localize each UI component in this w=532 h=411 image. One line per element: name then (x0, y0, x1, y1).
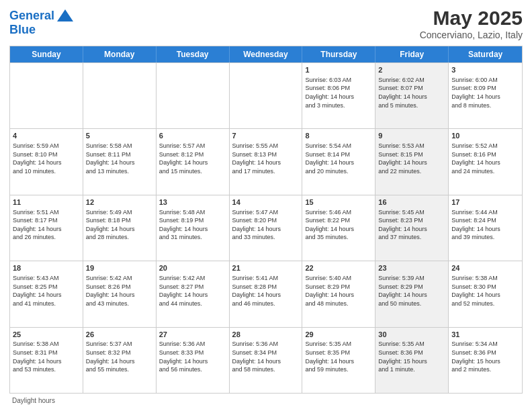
cell-info: Sunrise: 5:35 AM Sunset: 8:36 PM Dayligh… (378, 340, 445, 373)
calendar-cell: 1Sunrise: 6:03 AM Sunset: 8:06 PM Daylig… (302, 63, 375, 128)
calendar-cell: 6Sunrise: 5:57 AM Sunset: 8:12 PM Daylig… (157, 129, 230, 194)
calendar-cell: 24Sunrise: 5:38 AM Sunset: 8:30 PM Dayli… (449, 261, 522, 326)
calendar-cell (10, 63, 83, 128)
calendar-cell: 3Sunrise: 6:00 AM Sunset: 8:09 PM Daylig… (449, 63, 522, 128)
cell-info: Sunrise: 5:38 AM Sunset: 8:31 PM Dayligh… (13, 340, 80, 373)
month-title: May 2025 (420, 7, 523, 30)
day-number: 8 (305, 131, 372, 141)
cell-info: Sunrise: 5:57 AM Sunset: 8:12 PM Dayligh… (159, 142, 226, 175)
calendar-cell: 23Sunrise: 5:39 AM Sunset: 8:29 PM Dayli… (375, 261, 449, 326)
day-number: 23 (378, 263, 445, 273)
calendar-cell: 17Sunrise: 5:44 AM Sunset: 8:24 PM Dayli… (449, 195, 522, 261)
calendar-cell (83, 63, 157, 128)
header: General Blue May 2025 Concerviano, Lazio… (9, 7, 523, 40)
calendar-cell: 19Sunrise: 5:42 AM Sunset: 8:26 PM Dayli… (83, 261, 157, 326)
calendar-cell: 31Sunrise: 5:34 AM Sunset: 8:36 PM Dayli… (449, 328, 522, 393)
cell-info: Sunrise: 5:53 AM Sunset: 8:15 PM Dayligh… (378, 142, 445, 175)
calendar-week-row: 18Sunrise: 5:43 AM Sunset: 8:25 PM Dayli… (10, 261, 522, 326)
cell-info: Sunrise: 5:35 AM Sunset: 8:35 PM Dayligh… (305, 340, 372, 373)
calendar-cell: 20Sunrise: 5:42 AM Sunset: 8:27 PM Dayli… (157, 261, 230, 326)
cell-info: Sunrise: 6:03 AM Sunset: 8:06 PM Dayligh… (305, 76, 372, 109)
cell-info: Sunrise: 5:51 AM Sunset: 8:17 PM Dayligh… (13, 208, 80, 242)
calendar-cell: 13Sunrise: 5:48 AM Sunset: 8:19 PM Dayli… (157, 195, 230, 261)
calendar-cell: 2Sunrise: 6:02 AM Sunset: 8:07 PM Daylig… (375, 63, 449, 128)
day-number: 27 (159, 330, 226, 340)
calendar-cell: 21Sunrise: 5:41 AM Sunset: 8:28 PM Dayli… (230, 261, 303, 326)
cell-info: Sunrise: 5:34 AM Sunset: 8:36 PM Dayligh… (451, 340, 519, 373)
calendar-header-cell: Monday (83, 46, 157, 62)
cell-info: Sunrise: 5:38 AM Sunset: 8:30 PM Dayligh… (451, 274, 519, 308)
calendar-week-row: 1Sunrise: 6:03 AM Sunset: 8:06 PM Daylig… (10, 62, 522, 128)
day-number: 5 (86, 131, 153, 141)
day-number: 2 (378, 65, 445, 75)
calendar-cell: 14Sunrise: 5:47 AM Sunset: 8:20 PM Dayli… (230, 195, 303, 261)
day-number: 25 (13, 330, 80, 340)
day-number: 21 (232, 263, 300, 273)
calendar-cell: 26Sunrise: 5:37 AM Sunset: 8:32 PM Dayli… (83, 328, 157, 393)
day-number: 12 (86, 197, 153, 208)
day-number: 11 (13, 197, 80, 208)
calendar-body: 1Sunrise: 6:03 AM Sunset: 8:06 PM Daylig… (10, 62, 522, 393)
day-number: 30 (378, 330, 445, 340)
calendar-cell: 25Sunrise: 5:38 AM Sunset: 8:31 PM Dayli… (10, 328, 83, 393)
day-number: 18 (13, 263, 80, 273)
cell-info: Sunrise: 5:41 AM Sunset: 8:28 PM Dayligh… (232, 274, 300, 308)
cell-info: Sunrise: 5:58 AM Sunset: 8:11 PM Dayligh… (86, 142, 153, 175)
calendar-cell: 8Sunrise: 5:54 AM Sunset: 8:14 PM Daylig… (302, 129, 375, 194)
day-number: 31 (451, 330, 519, 340)
calendar-cell: 11Sunrise: 5:51 AM Sunset: 8:17 PM Dayli… (10, 195, 83, 261)
day-number: 28 (232, 330, 300, 340)
cell-info: Sunrise: 5:43 AM Sunset: 8:25 PM Dayligh… (13, 274, 80, 308)
cell-info: Sunrise: 5:48 AM Sunset: 8:19 PM Dayligh… (159, 208, 226, 242)
calendar-week-row: 11Sunrise: 5:51 AM Sunset: 8:17 PM Dayli… (10, 195, 522, 261)
calendar-cell: 9Sunrise: 5:53 AM Sunset: 8:15 PM Daylig… (375, 129, 449, 194)
svg-marker-0 (57, 9, 73, 21)
page: General Blue May 2025 Concerviano, Lazio… (0, 0, 532, 411)
cell-info: Sunrise: 5:45 AM Sunset: 8:23 PM Dayligh… (378, 208, 445, 242)
logo-text: General (9, 9, 54, 23)
calendar-header-cell: Saturday (449, 46, 522, 62)
cell-info: Sunrise: 6:00 AM Sunset: 8:09 PM Dayligh… (451, 76, 519, 109)
cell-info: Sunrise: 5:52 AM Sunset: 8:16 PM Dayligh… (451, 142, 519, 175)
calendar-cell: 28Sunrise: 5:36 AM Sunset: 8:34 PM Dayli… (230, 328, 303, 393)
calendar-header-row: SundayMondayTuesdayWednesdayThursdayFrid… (10, 46, 522, 62)
cell-info: Sunrise: 5:42 AM Sunset: 8:27 PM Dayligh… (159, 274, 226, 308)
calendar-header-cell: Tuesday (157, 46, 230, 62)
cell-info: Sunrise: 5:37 AM Sunset: 8:32 PM Dayligh… (86, 340, 153, 373)
cell-info: Sunrise: 5:42 AM Sunset: 8:26 PM Dayligh… (86, 274, 153, 308)
title-block: May 2025 Concerviano, Lazio, Italy (420, 7, 523, 40)
day-number: 6 (159, 131, 226, 141)
calendar-cell: 16Sunrise: 5:45 AM Sunset: 8:23 PM Dayli… (375, 195, 449, 261)
cell-info: Sunrise: 5:59 AM Sunset: 8:10 PM Dayligh… (13, 142, 80, 175)
calendar-cell: 27Sunrise: 5:36 AM Sunset: 8:33 PM Dayli… (157, 328, 230, 393)
calendar-header-cell: Wednesday (230, 46, 303, 62)
calendar-week-row: 4Sunrise: 5:59 AM Sunset: 8:10 PM Daylig… (10, 128, 522, 194)
calendar-cell: 10Sunrise: 5:52 AM Sunset: 8:16 PM Dayli… (449, 129, 522, 194)
calendar-header-cell: Thursday (302, 46, 375, 62)
logo-icon (56, 7, 75, 26)
calendar-cell: 29Sunrise: 5:35 AM Sunset: 8:35 PM Dayli… (302, 328, 375, 393)
day-number: 20 (159, 263, 226, 273)
calendar-cell (230, 63, 303, 128)
calendar-cell: 7Sunrise: 5:55 AM Sunset: 8:13 PM Daylig… (230, 129, 303, 194)
cell-info: Sunrise: 5:36 AM Sunset: 8:33 PM Dayligh… (159, 340, 226, 373)
calendar-cell: 18Sunrise: 5:43 AM Sunset: 8:25 PM Dayli… (10, 261, 83, 326)
cell-info: Sunrise: 5:46 AM Sunset: 8:22 PM Dayligh… (305, 208, 372, 242)
day-number: 15 (305, 197, 372, 208)
day-number: 24 (451, 263, 519, 273)
footer: Daylight hours (9, 397, 523, 404)
cell-info: Sunrise: 5:47 AM Sunset: 8:20 PM Dayligh… (232, 208, 300, 242)
day-number: 4 (13, 131, 80, 141)
day-number: 7 (232, 131, 300, 141)
day-number: 1 (305, 65, 372, 75)
cell-info: Sunrise: 5:55 AM Sunset: 8:13 PM Dayligh… (232, 142, 300, 175)
day-number: 3 (451, 65, 519, 75)
day-number: 10 (451, 131, 519, 141)
day-number: 16 (378, 197, 445, 208)
day-number: 9 (378, 131, 445, 141)
cell-info: Sunrise: 5:40 AM Sunset: 8:29 PM Dayligh… (305, 274, 372, 308)
cell-info: Sunrise: 5:36 AM Sunset: 8:34 PM Dayligh… (232, 340, 300, 373)
cell-info: Sunrise: 5:49 AM Sunset: 8:18 PM Dayligh… (86, 208, 153, 242)
calendar-cell: 5Sunrise: 5:58 AM Sunset: 8:11 PM Daylig… (83, 129, 157, 194)
day-number: 26 (86, 330, 153, 340)
